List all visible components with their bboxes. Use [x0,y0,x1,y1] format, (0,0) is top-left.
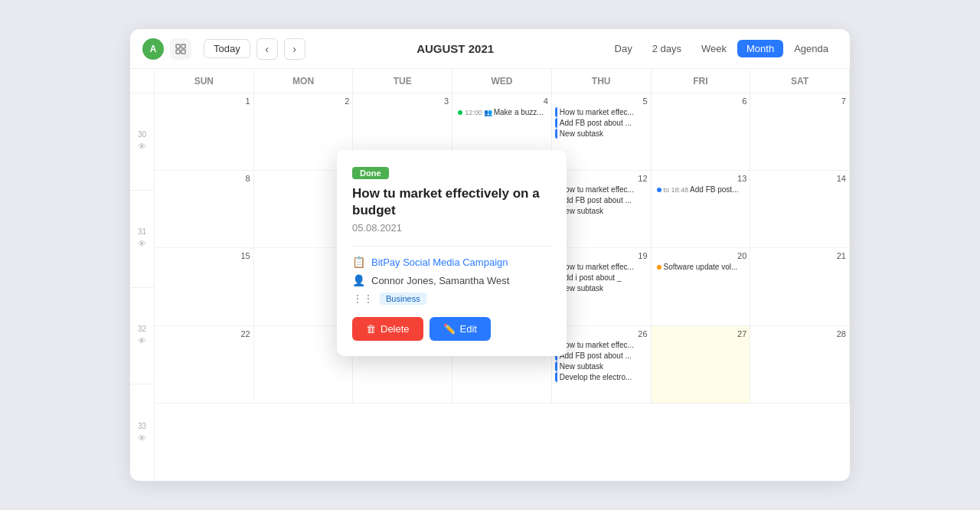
view-2days[interactable]: 2 days [643,40,691,57]
prev-button[interactable]: ‹ [256,38,278,60]
view-month[interactable]: Month [737,40,783,57]
week-row-32: 32 👁 [130,288,154,385]
day-num: 28 [753,329,846,338]
cell-fri-w30[interactable]: 6 [652,93,751,171]
eye-icon-30[interactable]: 👁 [136,140,148,152]
cell-sat-w33[interactable]: 28 [750,326,850,404]
day-thu: THU [552,69,652,93]
delete-label: Delete [381,323,410,335]
day-num: 8 [158,174,250,183]
view-week[interactable]: Week [692,40,736,57]
popup-assignees-row: 👤 Connor Jones, Samantha West [352,274,551,286]
event-dot [458,110,462,115]
week-row-30: 30 👁 [130,93,154,191]
day-num: 7 [753,96,846,106]
svg-rect-2 [176,50,180,54]
event-dot [657,188,662,192]
popup-divider [352,246,551,247]
cell-sun-w33[interactable]: 22 [155,326,254,404]
cell-thu-w30[interactable]: 5 How tu market effec... Add FB post abo… [552,93,652,171]
eye-icon-33[interactable]: 👁 [136,432,148,444]
calendar-header: A Today ‹ › AUGUST 2021 Day 2 days Week … [130,29,850,69]
day-num: 1 [158,96,250,106]
cell-sun-w31[interactable]: 8 [155,171,254,248]
event-item[interactable]: How tu market effec... [555,107,648,117]
event-item[interactable]: How tu market effec... [555,185,648,195]
today-button[interactable]: Today [204,39,250,58]
cell-sat-w31[interactable]: 14 [750,171,850,248]
cell-sat-w30[interactable]: 7 [750,93,850,171]
event-item[interactable]: Add i post about _ [555,273,648,283]
day-sun: SUN [155,69,254,93]
event-text: Make a buzz... [494,108,544,116]
event-item[interactable]: New subtask [555,283,648,293]
edit-button[interactable]: ✏️ Edit [430,317,491,341]
event-text: Software update vol... [664,263,738,271]
eye-icon-31[interactable]: 👁 [136,237,148,250]
days-header: SUN MON TUE WED THU FRI SAT [155,69,850,93]
event-text: Add FB post about ... [560,196,632,204]
week-col-header [130,69,154,93]
day-wed: WED [452,69,552,93]
day-num: 23 [257,329,350,338]
event-item[interactable]: New subtask [555,206,648,216]
trash-icon: 🗑 [366,323,376,335]
week-number-32: 32 [138,325,146,333]
event-item[interactable]: Add FB post about ... [555,195,648,205]
cell-fri-w33[interactable]: 27 [652,326,751,404]
event-text: New subtask [560,362,603,371]
week-row-31: 31 👁 [130,191,154,288]
day-num: 4 [456,96,548,106]
cell-fri-w32[interactable]: 20 Software update vol... [652,248,751,325]
event-item[interactable]: New subtask [555,129,648,139]
event-text: New subtask [560,129,603,138]
next-button[interactable]: › [284,38,305,60]
view-agenda[interactable]: Agenda [785,40,838,57]
cell-sat-w32[interactable]: 21 [750,248,850,325]
week-number-31: 31 [138,227,146,236]
day-num: 14 [753,174,846,183]
event-item[interactable]: Develop the electro... [555,372,648,382]
day-num: 22 [158,329,250,338]
cell-thu-w33[interactable]: 26 How tu market effec... Add FB post ab… [552,326,652,404]
event-text: Add FB post about ... [560,351,632,360]
popup-project-row: 📋 BitPay Social Media Campaign [352,256,551,268]
event-item[interactable]: 12:00 👥 Make a buzz... [456,107,548,117]
event-item[interactable]: Add FB post about ... [555,118,648,128]
popup-project-link[interactable]: BitPay Social Media Campaign [371,257,508,268]
cell-sun-w30[interactable]: 1 [155,93,254,171]
event-time: to 18:48 [664,186,689,194]
assignees-icon: 👤 [352,274,365,286]
day-num: 13 [655,174,747,183]
day-num: 9 [257,174,350,183]
view-day[interactable]: Day [606,40,642,57]
cell-sun-w32[interactable]: 15 [155,248,254,325]
svg-rect-0 [176,44,180,48]
event-item[interactable]: Software update vol... [655,262,747,272]
svg-rect-3 [181,50,185,54]
cell-fri-w31[interactable]: 13 to 18:48 Add FB post... [652,171,751,248]
calendar-title: AUGUST 2021 [305,42,606,55]
cell-thu-w32[interactable]: 19 How tu market effec... Add i post abo… [552,248,652,325]
event-popup: Done How tu market effectively on a budg… [337,150,567,356]
expand-button[interactable] [170,38,191,60]
delete-button[interactable]: 🗑 Delete [352,317,423,341]
cell-thu-w31[interactable]: 12 How tu market effec... Add FB post ab… [552,171,652,248]
day-tue: TUE [353,69,452,93]
day-num: 15 [158,251,250,260]
view-buttons: Day 2 days Week Month Agenda [606,40,838,57]
popup-date: 05.08.2021 [352,222,551,234]
popup-tag: Business [380,293,426,305]
day-num: 21 [753,251,846,260]
event-item[interactable]: How tu market effec... [555,262,648,272]
event-item[interactable]: New subtask [555,361,648,371]
event-item[interactable]: to 18:48 Add FB post... [655,185,747,195]
day-num: 5 [555,96,648,106]
week-column: 30 👁 31 👁 32 👁 33 👁 [130,69,155,481]
event-item[interactable]: How tu market effec... [555,340,648,350]
event-item[interactable]: Add FB post about ... [555,351,648,361]
event-text: Add FB post about ... [560,119,632,127]
edit-icon: ✏️ [443,323,456,335]
eye-icon-32[interactable]: 👁 [136,335,148,347]
popup-status-badge: Done [352,167,389,179]
